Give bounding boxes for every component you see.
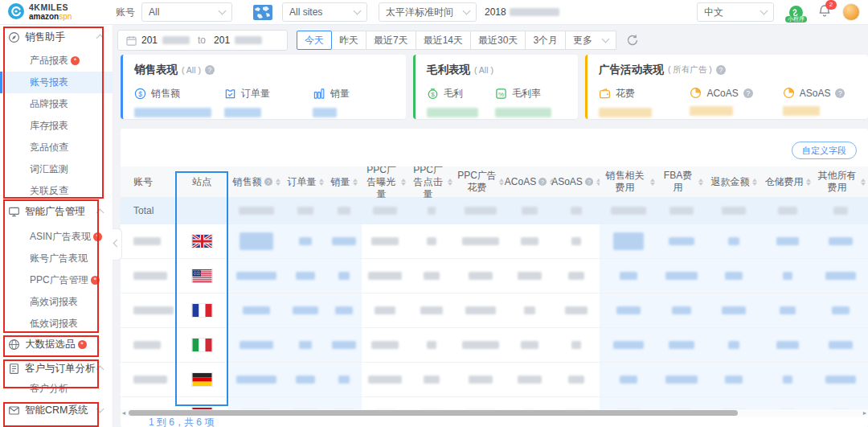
sort-icon[interactable] xyxy=(752,179,757,186)
user-avatar[interactable] xyxy=(842,3,860,21)
redacted-value xyxy=(829,237,853,245)
language-select[interactable]: 中文 xyxy=(697,2,774,22)
scroll-left-arrow[interactable]: ◄ xyxy=(121,409,127,417)
redacted-value xyxy=(371,237,399,245)
table-row-germany[interactable] xyxy=(121,363,868,397)
column-header-销售相关费用[interactable]: 销售相关费用 xyxy=(600,166,657,197)
scrollbar-thumb[interactable] xyxy=(129,410,738,416)
table-row-france[interactable] xyxy=(121,294,868,328)
date-range-input[interactable]: 201 to 201 xyxy=(117,30,288,51)
range-button-最近7天[interactable]: 最近7天 xyxy=(366,31,416,50)
united-states-flag-icon xyxy=(192,269,212,282)
sort-icon[interactable] xyxy=(861,179,866,186)
sidebar-item-产品报表[interactable]: 产品报表* xyxy=(0,50,113,72)
sidebar-item-品牌报表[interactable]: 品牌报表 xyxy=(0,93,113,115)
sidebar-item-关联反查[interactable]: 关联反查 xyxy=(0,180,113,202)
sidebar-item-低效词报表[interactable]: 低效词报表 xyxy=(0,313,113,335)
sidebar-item-ASIN广告表现[interactable]: ASIN广告表现* xyxy=(0,226,113,248)
sidebar-item-库存报表[interactable]: 库存报表 xyxy=(0,115,113,137)
info-icon[interactable]: ? xyxy=(743,88,753,98)
table-row-spain[interactable] xyxy=(121,397,868,409)
sort-icon[interactable] xyxy=(319,179,324,186)
redacted-value xyxy=(832,306,850,314)
sort-icon[interactable] xyxy=(499,179,504,186)
sidebar-section-title: 智能广告管理 xyxy=(25,205,85,219)
sidebar-section-header-1[interactable]: 销售助手 xyxy=(0,27,113,47)
column-header-FBA费用[interactable]: FBA费用 xyxy=(657,166,706,197)
range-button-最近30天[interactable]: 最近30天 xyxy=(470,31,526,50)
metric-value xyxy=(599,106,690,117)
range-button-昨天[interactable]: 昨天 xyxy=(331,31,366,50)
column-header-PPC广告点击量[interactable]: PPC广告点击量 xyxy=(408,166,455,197)
info-icon[interactable]: ? xyxy=(538,178,547,186)
more-ranges-select[interactable]: 更多 xyxy=(565,31,616,50)
redacted-value xyxy=(722,306,746,314)
column-header-PPC广告花费[interactable]: PPC广告花费 xyxy=(455,166,506,197)
germany-flag-icon xyxy=(192,373,212,386)
sidebar-item-客户分析[interactable]: 客户分析 xyxy=(0,378,113,400)
info-icon[interactable]: ? xyxy=(264,178,272,186)
sidebar-item-词汇监测[interactable]: 词汇监测 xyxy=(0,158,113,180)
range-button-今天[interactable]: 今天 xyxy=(297,31,332,50)
sort-icon[interactable] xyxy=(401,179,406,186)
miniprogram-icon[interactable]: 小程序 xyxy=(785,6,807,23)
cell-退款金额 xyxy=(706,328,762,362)
redacted-value xyxy=(134,108,211,117)
sidebar-collapse-handle[interactable] xyxy=(113,228,122,261)
notification-bell[interactable]: 2 xyxy=(818,4,831,20)
redacted-value xyxy=(565,306,588,314)
info-icon[interactable]: ? xyxy=(716,65,726,75)
table-row-united-states[interactable] xyxy=(121,259,868,294)
svg-text:%: % xyxy=(498,91,504,98)
column-header-PPC广告曝光量[interactable]: PPC广告曝光量 xyxy=(362,166,408,197)
sites-select[interactable]: All sites xyxy=(282,2,367,22)
column-header-订单量[interactable]: 订单量 xyxy=(285,166,326,197)
column-header-销量[interactable]: 销量 xyxy=(326,166,362,197)
table-row-united-kingdom[interactable] xyxy=(121,224,868,259)
range-button-最近14天[interactable]: 最近14天 xyxy=(416,31,471,50)
sidebar-item-账号报表[interactable]: 账号报表 xyxy=(0,72,113,93)
range-button-3个月[interactable]: 3个月 xyxy=(525,31,566,50)
horizontal-scrollbar[interactable]: ◄ ► xyxy=(121,409,868,417)
sidebar-section-header-3[interactable]: 大数据选品* xyxy=(0,335,113,354)
cell-其他所有费用 xyxy=(813,328,868,362)
sort-icon[interactable] xyxy=(448,179,452,186)
sort-icon[interactable] xyxy=(698,179,703,186)
cell-销售相关费用 xyxy=(600,259,657,293)
sidebar-section-header-4[interactable]: 客户与订单分析 xyxy=(0,359,113,378)
sidebar-section-header-2[interactable]: 智能广告管理 xyxy=(0,202,113,221)
sort-icon[interactable] xyxy=(650,179,655,186)
column-header-退款金额[interactable]: 退款金额 xyxy=(706,166,762,197)
metric-ASoAS: ASoAS? xyxy=(783,87,857,117)
column-header-仓储费用[interactable]: 仓储费用 xyxy=(762,166,813,197)
sidebar-item-竞品侦查[interactable]: 竞品侦查 xyxy=(0,137,113,158)
sort-icon[interactable] xyxy=(276,179,280,186)
brand-logo[interactable]: 4KMILES amazonspn xyxy=(0,3,114,22)
info-icon[interactable]: ? xyxy=(835,88,845,98)
column-header-ACoAS[interactable]: ACoAS? xyxy=(506,166,553,197)
card-metrics: $毛利%毛利率 xyxy=(427,87,567,117)
column-header-销售额[interactable]: 销售额? xyxy=(228,166,285,197)
table-row-italy[interactable] xyxy=(121,328,868,363)
refresh-icon[interactable] xyxy=(626,34,639,47)
sort-icon[interactable] xyxy=(806,179,811,186)
sidebar-section-header-5[interactable]: 智能CRM系统 xyxy=(0,400,113,420)
redacted-value xyxy=(522,207,538,215)
info-icon[interactable]: ? xyxy=(205,65,215,75)
column-header-其他所有费用[interactable]: 其他所有费用 xyxy=(813,166,868,197)
sidebar-item-账号广告表现[interactable]: 账号广告表现 xyxy=(0,248,113,269)
world-map-icon[interactable] xyxy=(253,5,272,20)
sidebar-item-PPC广告管理[interactable]: PPC广告管理* xyxy=(0,269,113,291)
customize-fields-button[interactable]: 自定义字段 xyxy=(792,142,857,159)
redacted-value xyxy=(368,376,402,384)
redacted-value xyxy=(332,237,356,245)
scroll-right-arrow[interactable]: ► xyxy=(862,409,868,417)
column-header-ASoAS[interactable]: ASoAS? xyxy=(553,166,600,197)
sidebar-item-高效词报表[interactable]: 高效词报表 xyxy=(0,291,113,313)
account-select[interactable]: All xyxy=(141,2,232,22)
cell-销量 xyxy=(326,328,362,362)
sort-icon[interactable] xyxy=(353,179,358,186)
timezone-select[interactable]: 太平洋标准时间 xyxy=(379,2,477,22)
redacted-value xyxy=(296,376,315,384)
info-icon[interactable]: ? xyxy=(585,178,593,186)
